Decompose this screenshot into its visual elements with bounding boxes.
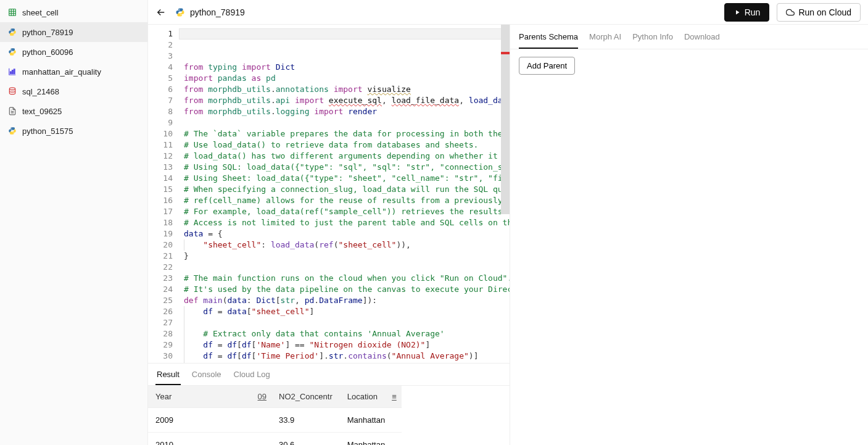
table-cell: 33.9: [271, 408, 340, 433]
sidebar-item-python_51575[interactable]: python_51575: [0, 121, 147, 141]
run-cloud-button[interactable]: Run on Cloud: [777, 3, 861, 22]
header: python_78919 Run Run on Cloud: [148, 0, 868, 25]
error-marker[interactable]: [501, 52, 510, 54]
run-button[interactable]: Run: [724, 3, 770, 22]
python-icon: [7, 126, 17, 136]
sidebar-item-sql_21468[interactable]: sql_21468: [0, 81, 147, 101]
file-title: python_78919: [190, 7, 245, 17]
column-type-icon: ≡: [392, 392, 397, 401]
tab-result[interactable]: Result: [155, 367, 181, 385]
sheet-icon: [7, 7, 17, 17]
table-cell: [210, 408, 271, 433]
tab-console[interactable]: Console: [191, 367, 223, 385]
table-cell: 30.6: [271, 433, 340, 446]
sidebar: sheet_cellpython_78919python_60096manhat…: [0, 0, 148, 445]
back-button[interactable]: [155, 7, 168, 18]
svg-rect-1: [10, 72, 12, 74]
result-panel: ResultConsoleCloud Log Year09NO2_Concent…: [148, 363, 510, 445]
tab-cloud-log[interactable]: Cloud Log: [233, 367, 271, 385]
table-row[interactable]: 200933.9Manhattan: [148, 408, 402, 433]
run-cloud-label: Run on Cloud: [798, 7, 851, 17]
sidebar-item-label: sql_21468: [22, 87, 59, 96]
table-cell: 2010: [148, 433, 210, 446]
svg-rect-2: [12, 70, 13, 74]
sidebar-item-label: python_51575: [22, 127, 73, 136]
viz-icon: [7, 67, 17, 77]
table-cell: [210, 433, 271, 446]
right-panel: Parents SchemaMorph AIPython InfoDownloa…: [510, 25, 868, 445]
sidebar-item-label: python_60096: [22, 48, 73, 57]
table-cell: Manhattan: [340, 433, 402, 446]
column-header[interactable]: NO2_Concentr: [271, 386, 340, 408]
run-label: Run: [745, 7, 761, 17]
code-editor[interactable]: 1234567891011121314151617181920212223242…: [148, 25, 510, 363]
result-table[interactable]: Year09NO2_ConcentrLocation≡200933.9Manha…: [148, 386, 510, 445]
python-icon: [7, 27, 17, 37]
column-header[interactable]: Location≡: [340, 386, 402, 408]
sidebar-item-manhattan_air_quality[interactable]: manhattan_air_quality: [0, 62, 147, 81]
right-tab-morph-ai[interactable]: Morph AI: [589, 31, 621, 49]
right-tab-download[interactable]: Download: [684, 31, 720, 49]
sidebar-item-sheet_cell[interactable]: sheet_cell: [0, 2, 147, 22]
column-type-icon: 09: [258, 392, 267, 401]
sidebar-item-python_60096[interactable]: python_60096: [0, 42, 147, 62]
svg-rect-0: [9, 9, 16, 16]
table-cell: Manhattan: [340, 408, 402, 433]
svg-rect-3: [14, 69, 15, 74]
right-tab-python-info[interactable]: Python Info: [632, 31, 673, 49]
svg-point-4: [9, 88, 15, 90]
sidebar-item-label: python_78919: [22, 28, 73, 37]
sidebar-item-label: manhattan_air_quality: [22, 67, 101, 77]
sql-icon: [7, 86, 17, 96]
table-row[interactable]: 201030.6Manhattan: [148, 433, 402, 446]
right-tab-parents-schema[interactable]: Parents Schema: [519, 31, 578, 49]
column-header[interactable]: 09: [210, 386, 271, 408]
sidebar-item-label: text_09625: [22, 107, 62, 116]
python-icon: [7, 47, 17, 57]
python-icon: [175, 7, 185, 17]
table-cell: 2009: [148, 408, 210, 433]
column-header[interactable]: Year: [148, 386, 210, 408]
add-parent-button[interactable]: Add Parent: [519, 57, 575, 75]
sidebar-item-label: sheet_cell: [22, 8, 59, 17]
sidebar-item-python_78919[interactable]: python_78919: [0, 22, 147, 42]
text-icon: [7, 106, 17, 116]
sidebar-item-text_09625[interactable]: text_09625: [0, 101, 147, 121]
